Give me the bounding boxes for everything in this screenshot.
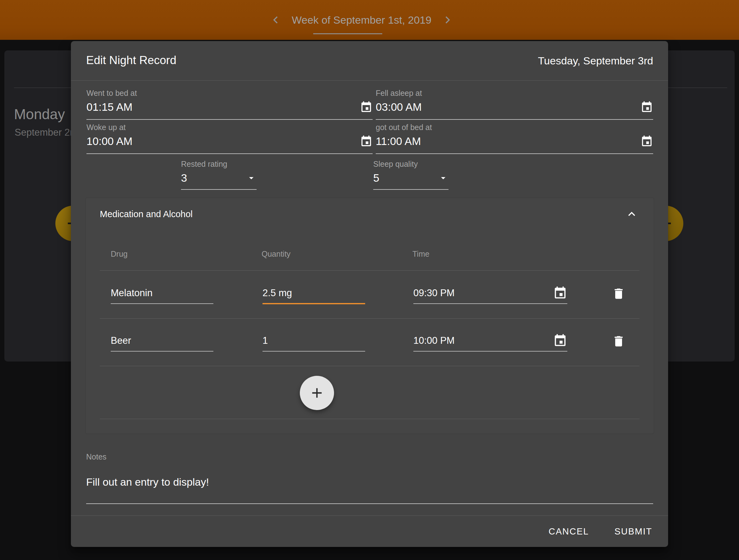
drug-value[interactable]: Beer [111, 335, 131, 346]
rested-rating-label: Rested rating [181, 159, 257, 169]
submit-button[interactable]: SUBMIT [609, 523, 657, 540]
rested-rating-select[interactable]: Rested rating 3 [181, 159, 257, 190]
drug-input[interactable]: Beer [111, 334, 213, 352]
sleep-quality-select[interactable]: Sleep quality 5 [373, 159, 448, 190]
dialog-header-divider [71, 80, 668, 81]
week-of-field[interactable]: Week of September 1st, 2019 [291, 14, 433, 26]
calendar-icon[interactable] [360, 101, 373, 114]
arrow-drop-down-icon[interactable] [246, 173, 257, 183]
medication-alcohol-section: Medication and Alcohol Drug Quantity Tim… [85, 197, 654, 434]
previous-week-button[interactable] [266, 9, 285, 31]
week-of-label: Week of September 1st, 2019 [292, 14, 431, 26]
medication-section-title: Medication and Alcohol [100, 209, 192, 219]
quantity-input-focused[interactable]: 2.5 mg [263, 287, 365, 304]
delete-row-button[interactable] [610, 332, 627, 350]
week-field-underline [313, 33, 382, 34]
column-header-drug: Drug [111, 249, 128, 259]
field-underline [87, 119, 373, 120]
drug-value[interactable]: Melatonin [111, 287, 152, 299]
top-app-bar: Week of September 1st, 2019 [0, 0, 739, 40]
quantity-value[interactable]: 1 [263, 335, 268, 346]
expand-less-icon [625, 207, 638, 221]
got-out-of-bed-field[interactable]: got out of bed at 11:00 AM [376, 123, 653, 154]
notes-underline [86, 504, 653, 504]
fell-asleep-value[interactable]: 03:00 AM [376, 101, 422, 113]
cancel-button[interactable]: CANCEL [544, 523, 594, 540]
calendar-icon[interactable] [553, 286, 567, 300]
fell-asleep-label: Fell asleep at [376, 88, 653, 98]
delete-row-button[interactable] [610, 285, 627, 302]
field-underline [263, 351, 365, 352]
dialog-date: Tuesday, September 3rd [538, 54, 653, 67]
time-value[interactable]: 09:30 PM [413, 287, 455, 299]
row-divider [100, 366, 639, 366]
went-to-bed-label: Went to bed at [87, 88, 373, 98]
went-to-bed-field[interactable]: Went to bed at 01:15 AM [87, 88, 373, 120]
field-underline-focused [263, 303, 365, 304]
plus-icon [309, 385, 325, 401]
calendar-icon[interactable] [640, 101, 653, 114]
next-week-button[interactable] [438, 9, 457, 31]
add-medication-row-button[interactable] [300, 376, 334, 410]
collapse-section-button[interactable] [623, 205, 640, 223]
quantity-value[interactable]: 2.5 mg [263, 287, 292, 299]
dialog-footer: CANCEL SUBMIT [71, 516, 668, 547]
drug-input[interactable]: Melatonin [111, 287, 213, 304]
week-navigation: Week of September 1st, 2019 [266, 0, 457, 40]
notes-input[interactable]: Fill out an entry to display! [86, 476, 209, 488]
day-card-title: Monday [14, 106, 65, 123]
field-underline [413, 303, 567, 304]
calendar-icon[interactable] [360, 135, 373, 148]
table-header-divider [100, 270, 639, 271]
column-header-time: Time [412, 249, 430, 259]
got-out-of-bed-value[interactable]: 11:00 AM [376, 135, 421, 147]
edit-night-record-dialog: Edit Night Record Tuesday, September 3rd… [71, 41, 668, 547]
woke-up-value[interactable]: 10:00 AM [87, 135, 133, 147]
woke-up-field[interactable]: Woke up at 10:00 AM [87, 123, 373, 154]
fell-asleep-field[interactable]: Fell asleep at 03:00 AM [376, 88, 653, 120]
time-value[interactable]: 10:00 PM [413, 335, 455, 346]
chevron-right-icon [440, 13, 455, 27]
calendar-icon[interactable] [640, 135, 653, 148]
field-underline [413, 351, 567, 352]
got-out-of-bed-label: got out of bed at [376, 123, 653, 132]
field-underline [376, 153, 653, 154]
rested-rating-value[interactable]: 3 [181, 172, 187, 184]
quantity-input[interactable]: 1 [263, 334, 365, 352]
sleep-quality-value[interactable]: 5 [373, 172, 379, 184]
section-bottom-divider [100, 419, 639, 419]
trash-icon [612, 334, 625, 348]
time-input[interactable]: 10:00 PM [413, 334, 567, 352]
trash-icon [612, 287, 625, 301]
screen: Week of September 1st, 2019 Monday Septe… [0, 0, 739, 560]
chevron-left-icon [268, 13, 283, 27]
field-underline [373, 189, 448, 190]
field-underline [111, 351, 213, 352]
field-underline [181, 189, 257, 190]
dialog-title: Edit Night Record [86, 53, 176, 67]
field-underline [111, 303, 213, 304]
sleep-quality-label: Sleep quality [373, 159, 448, 169]
notes-label: Notes [86, 452, 106, 461]
calendar-icon[interactable] [553, 333, 567, 348]
woke-up-label: Woke up at [87, 123, 373, 132]
went-to-bed-value[interactable]: 01:15 AM [87, 101, 133, 113]
time-input[interactable]: 09:30 PM [413, 287, 567, 304]
column-header-quantity: Quantity [262, 249, 291, 259]
arrow-drop-down-icon[interactable] [438, 173, 448, 183]
field-underline [376, 119, 653, 120]
field-underline [87, 153, 373, 154]
